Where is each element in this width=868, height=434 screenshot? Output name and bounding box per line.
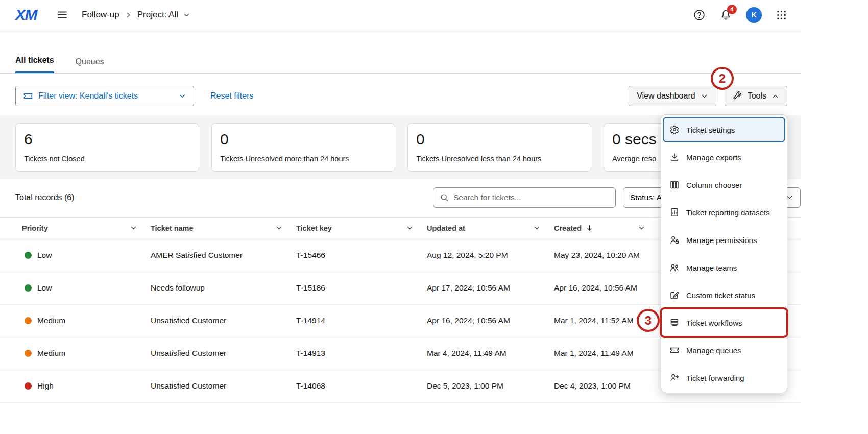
total-records: Total records (6): [15, 193, 75, 202]
tools-label: Tools: [748, 91, 766, 101]
created-cell: Apr 16, 2024, 10:56 AM: [554, 283, 659, 293]
stat-label: Tickets Unresolved more than 24 hours: [220, 155, 387, 163]
priority-label: Low: [37, 283, 52, 293]
tab-all-tickets[interactable]: All tickets: [15, 56, 54, 73]
ticket-icon: [669, 345, 680, 355]
priority-label: Medium: [37, 316, 65, 325]
priority-cell: Low: [22, 283, 151, 293]
updated-at-cell: Aug 12, 2024, 5:20 PM: [427, 251, 554, 260]
column-header-ticket-key[interactable]: Ticket key: [296, 224, 427, 232]
report-icon: [669, 207, 680, 218]
project-selector[interactable]: Project: All: [137, 10, 190, 20]
created-cell: May 23, 2024, 10:20 AM: [554, 251, 659, 260]
gear-icon: [669, 125, 680, 135]
ticket-name-cell: Unsatisfied Customer: [151, 381, 296, 391]
priority-dot: [25, 382, 32, 390]
search-box[interactable]: [433, 187, 616, 208]
filter-view-dropdown[interactable]: Filter view: Kendall's tickets: [15, 86, 194, 106]
priority-dot: [25, 284, 32, 292]
priority-cell: Medium: [22, 349, 151, 358]
columns-icon: [669, 180, 680, 190]
workflow-icon: [669, 318, 680, 328]
tab-label: All tickets: [15, 56, 54, 64]
tools-menu-item-label: Ticket reporting datasets: [686, 208, 770, 217]
tab-queues[interactable]: Queues: [76, 57, 104, 73]
column-header-priority[interactable]: Priority: [22, 224, 151, 232]
view-dashboard-button[interactable]: View dashboard: [629, 86, 716, 106]
notification-badge: 4: [727, 5, 737, 14]
filter-view-label: Filter view: Kendall's tickets: [38, 91, 138, 101]
chevron-down-icon: [183, 11, 190, 19]
avatar[interactable]: K: [746, 7, 762, 23]
app: XM Follow-up Project: All 4: [0, 0, 801, 434]
chevron-down-icon: [701, 92, 708, 100]
stat-label: Tickets Unresolved less than 24 hours: [416, 155, 583, 163]
ticket-key-cell: T-14068: [296, 381, 427, 391]
notifications-bell-icon[interactable]: 4: [719, 9, 732, 21]
ticket-name-cell: Unsatisfied Customer: [151, 349, 296, 358]
tools-menu-item-column-chooser[interactable]: Column chooser: [661, 171, 787, 199]
tab-label: Queues: [76, 57, 104, 66]
tools-menu-item-manage-queues[interactable]: Manage queues: [661, 336, 787, 364]
wrench-icon: [733, 91, 742, 101]
help-icon[interactable]: [693, 9, 706, 21]
priority-label: High: [37, 381, 54, 391]
tools-menu-item-label: Manage teams: [686, 263, 737, 272]
tools-menu-item-label: Manage permissions: [686, 236, 757, 245]
tools-menu-item-ticket-settings[interactable]: Ticket settings: [663, 117, 785, 142]
created-cell: Mar 1, 2024, 11:49 AM: [554, 349, 659, 358]
column-header-updated-at[interactable]: Updated at: [427, 224, 554, 232]
priority-dot: [25, 317, 32, 324]
tools-menu-item-manage-teams[interactable]: Manage teams: [661, 254, 787, 281]
tools-menu-item-label: Manage queues: [686, 346, 741, 355]
stat-label: Tickets not Closed: [24, 155, 190, 163]
breadcrumb-section[interactable]: Follow-up: [82, 10, 119, 20]
tools-menu-item-label: Ticket workflows: [686, 319, 742, 327]
reset-filters-link[interactable]: Reset filters: [210, 91, 253, 101]
tools-menu-item-label: Column chooser: [686, 181, 742, 189]
topbar-actions: 4 K: [693, 7, 787, 23]
edit-icon: [669, 290, 680, 300]
chevron-right-icon: [125, 11, 132, 19]
apps-grid-icon[interactable]: [776, 9, 787, 21]
chevron-down-icon[interactable]: [406, 224, 414, 232]
tools-menu-item-ticket-workflows[interactable]: Ticket workflows: [661, 309, 787, 336]
tools-menu-item-manage-permissions[interactable]: Manage permissions: [661, 226, 787, 254]
view-dashboard-label: View dashboard: [637, 91, 695, 101]
chevron-up-icon: [771, 92, 779, 100]
breadcrumb: Follow-up Project: All: [82, 10, 190, 20]
column-label: Ticket key: [296, 224, 332, 232]
chevron-down-icon: [178, 92, 186, 100]
priority-dot: [25, 252, 32, 259]
tools-menu-item-custom-ticket-status[interactable]: Custom ticket status: [661, 281, 787, 309]
chevron-down-icon[interactable]: [533, 224, 541, 232]
hamburger-icon[interactable]: [56, 9, 68, 21]
updated-at-cell: Dec 5, 2023, 1:00 PM: [427, 381, 554, 391]
tools-menu-item-ticket-reporting-datasets[interactable]: Ticket reporting datasets: [661, 199, 787, 226]
chevron-down-icon[interactable]: [638, 224, 645, 232]
sort-desc-icon: [586, 224, 593, 232]
ticket-icon: [23, 91, 33, 101]
filter-bar: Filter view: Kendall's tickets Reset fil…: [0, 74, 801, 115]
search-input[interactable]: [453, 193, 609, 202]
stat-value: 6: [24, 131, 190, 149]
ticket-name-cell: AMER Satisfied Customer: [151, 251, 296, 260]
ticket-key-cell: T-15186: [296, 283, 427, 293]
tools-menu-item-manage-exports[interactable]: Manage exports: [661, 143, 787, 171]
ticket-key-cell: T-14913: [296, 349, 427, 358]
priority-label: Medium: [37, 349, 65, 358]
tools-button[interactable]: Tools: [725, 86, 787, 106]
stat-card-tickets-not-closed: 6 Tickets not Closed: [15, 123, 199, 172]
stat-value: 0: [220, 131, 387, 149]
topbar: XM Follow-up Project: All 4: [0, 0, 801, 30]
chevron-down-icon[interactable]: [130, 224, 137, 232]
column-header-created[interactable]: Created: [554, 224, 659, 232]
column-label: Updated at: [427, 224, 465, 232]
tools-menu: Ticket settings Manage exports Column ch…: [661, 114, 787, 393]
tools-menu-item-label: Ticket forwarding: [686, 374, 744, 382]
person-arrow-icon: [669, 373, 680, 383]
column-header-ticket-name[interactable]: Ticket name: [151, 224, 296, 232]
chevron-down-icon[interactable]: [275, 224, 283, 232]
tools-menu-item-ticket-forwarding[interactable]: Ticket forwarding: [661, 364, 787, 392]
ticket-name-cell: Needs followup: [151, 283, 296, 293]
